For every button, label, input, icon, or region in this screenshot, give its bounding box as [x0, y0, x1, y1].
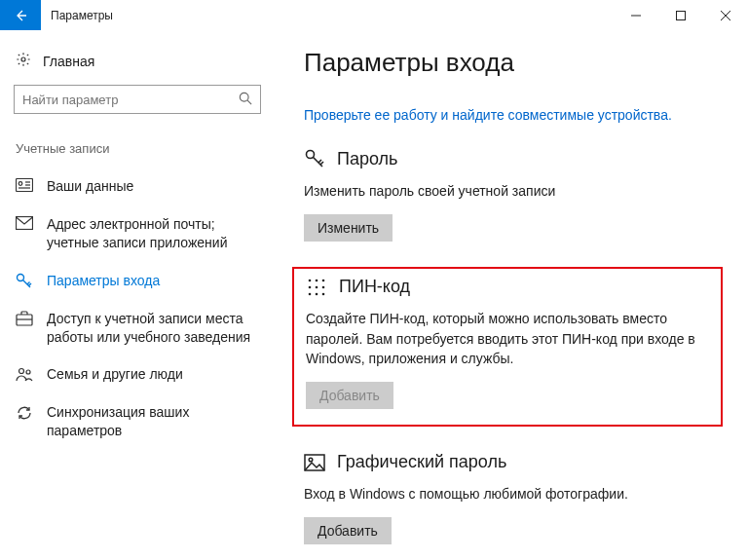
close-button[interactable]	[703, 0, 748, 30]
pin-section: ПИН-код Создайте ПИН-код, который можно …	[306, 277, 709, 409]
picture-desc: Вход в Windows с помощью любимой фотогра…	[304, 484, 719, 504]
minimize-icon	[631, 11, 641, 20]
svg-point-26	[316, 292, 318, 295]
svg-point-19	[309, 279, 312, 281]
sidebar-item-email-accounts[interactable]: Адрес электронной почты; учетные записи …	[14, 205, 261, 262]
password-title: Пароль	[337, 149, 397, 169]
sidebar-item-label: Ваши данные	[47, 177, 133, 196]
section-label: Учетные записи	[14, 141, 261, 156]
page-title: Параметры входа	[304, 48, 719, 78]
back-button[interactable]	[0, 0, 41, 30]
sidebar-item-label: Семья и другие люди	[47, 365, 183, 384]
svg-point-18	[307, 151, 315, 159]
svg-point-8	[19, 182, 22, 186]
key-icon	[16, 272, 33, 290]
home-link[interactable]: Главная	[14, 46, 261, 85]
pin-title: ПИН-код	[339, 277, 410, 297]
svg-point-25	[309, 292, 312, 295]
main-content: Параметры входа Проверьте ее работу и на…	[275, 30, 748, 560]
sidebar-item-your-info[interactable]: Ваши данные	[14, 168, 261, 205]
sync-icon	[16, 403, 33, 422]
sidebar-item-label: Синхронизация ваших параметров	[47, 403, 259, 440]
sidebar-item-family[interactable]: Семья и другие люди	[14, 355, 261, 393]
mail-icon	[16, 215, 33, 230]
search-input[interactable]	[22, 93, 239, 107]
pin-desc: Создайте ПИН-код, который можно использо…	[306, 309, 709, 368]
svg-point-16	[19, 369, 24, 374]
pinpad-icon	[306, 279, 327, 296]
svg-point-20	[316, 279, 318, 281]
close-icon	[721, 11, 730, 20]
window-controls	[614, 0, 748, 30]
password-desc: Изменить пароль своей учетной записи	[304, 181, 719, 201]
key-icon	[304, 148, 325, 169]
svg-point-27	[322, 292, 325, 295]
sidebar-item-sync[interactable]: Синхронизация ваших параметров	[14, 393, 261, 450]
gear-icon	[16, 52, 31, 71]
svg-point-17	[26, 370, 30, 374]
sidebar-item-label: Параметры входа	[47, 272, 160, 290]
sidebar-item-sign-in-options[interactable]: Параметры входа	[14, 262, 261, 300]
id-card-icon	[16, 177, 33, 192]
pin-section-highlight: ПИН-код Создайте ПИН-код, который можно …	[292, 267, 723, 427]
sidebar-item-label: Доступ к учетной записи места работы или…	[47, 310, 259, 347]
svg-point-13	[18, 274, 24, 280]
home-label: Главная	[43, 54, 94, 69]
add-picture-password-button[interactable]: Добавить	[304, 517, 392, 544]
svg-point-21	[322, 279, 325, 281]
add-pin-button[interactable]: Добавить	[306, 382, 393, 409]
maximize-icon	[676, 11, 686, 20]
svg-point-23	[316, 285, 318, 288]
titlebar: Параметры	[0, 0, 748, 30]
picture-password-section: Графический пароль Вход в Windows с помо…	[304, 452, 719, 544]
arrow-left-icon	[13, 8, 28, 23]
sidebar: Главная Учетные записи Ваши данные Адрес…	[0, 30, 275, 560]
search-icon	[239, 92, 252, 108]
svg-line-6	[247, 100, 251, 104]
sidebar-item-work-access[interactable]: Доступ к учетной записи места работы или…	[14, 300, 261, 356]
search-input-wrapper[interactable]	[14, 85, 261, 114]
change-password-button[interactable]: Изменить	[304, 214, 393, 242]
minimize-button[interactable]	[614, 0, 658, 30]
maximize-button[interactable]	[658, 0, 703, 30]
briefcase-icon	[16, 310, 33, 326]
people-icon	[16, 365, 33, 382]
svg-point-22	[309, 285, 312, 288]
svg-point-29	[309, 458, 313, 462]
window-title: Параметры	[41, 0, 614, 30]
image-icon	[304, 454, 325, 471]
svg-point-4	[21, 57, 25, 61]
sidebar-item-label: Адрес электронной почты; учетные записи …	[47, 215, 259, 252]
svg-rect-1	[677, 11, 686, 19]
picture-title: Графический пароль	[337, 452, 506, 472]
password-section: Пароль Изменить пароль своей учетной зап…	[304, 148, 719, 242]
svg-point-24	[322, 285, 325, 288]
svg-point-5	[240, 93, 248, 101]
compatibility-link[interactable]: Проверьте ее работу и найдите совместимы…	[304, 107, 719, 123]
